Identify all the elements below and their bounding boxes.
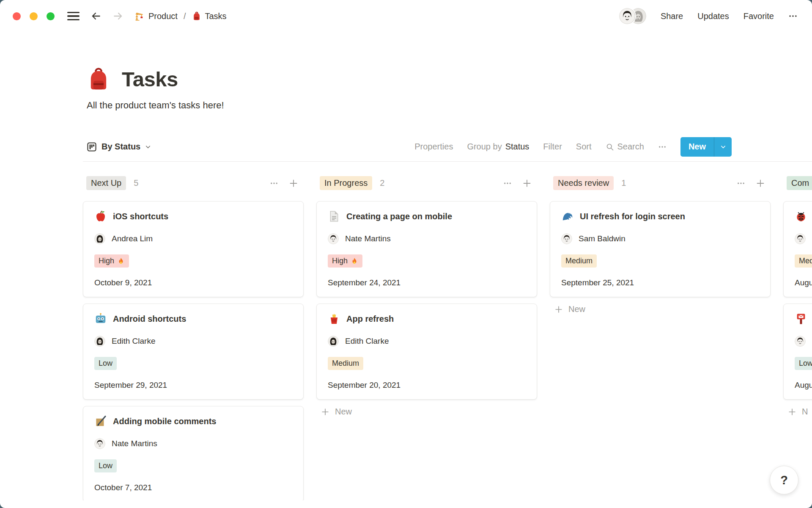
task-title: Creating a page on mobile xyxy=(346,212,452,221)
ellipsis-icon xyxy=(658,143,667,151)
backpack-icon xyxy=(192,11,201,21)
column-status-chip[interactable]: In Progress xyxy=(320,176,372,190)
sort-button[interactable]: Sort xyxy=(576,142,592,152)
crane-icon xyxy=(134,11,145,21)
column-header: In Progress 2 xyxy=(316,176,537,190)
breadcrumb-product-label: Product xyxy=(148,11,178,21)
filter-button[interactable]: Filter xyxy=(543,142,562,152)
forward-arrow-icon xyxy=(112,11,123,22)
view-more-button[interactable] xyxy=(658,143,667,151)
zoom-window-button[interactable] xyxy=(47,12,55,20)
due-date: September 20, 2021 xyxy=(328,381,526,390)
plus-icon xyxy=(554,305,563,314)
ellipsis-icon xyxy=(737,179,745,188)
breadcrumb-tasks[interactable]: Tasks xyxy=(192,11,227,21)
wave-icon xyxy=(561,210,574,223)
view-menu: Properties Group by Status Filter Sort S… xyxy=(414,137,732,157)
priority-chip: Medium xyxy=(328,357,363,370)
card-list: D N Med Augu E xyxy=(783,201,812,400)
task-card[interactable]: App refresh Edith Clarke Medium Septembe… xyxy=(316,304,537,400)
ladybug-icon xyxy=(795,210,807,223)
fire-icon xyxy=(117,257,125,265)
updates-button[interactable]: Updates xyxy=(697,11,729,21)
board-column-complete: Com D N Med xyxy=(783,176,812,500)
column-add-button[interactable] xyxy=(522,178,532,188)
ellipsis-icon xyxy=(270,179,278,188)
new-button[interactable]: New xyxy=(680,137,714,157)
pen-icon xyxy=(94,415,107,428)
view-label: By Status xyxy=(102,142,140,152)
collaborator-avatars[interactable] xyxy=(619,8,646,24)
board-view-icon xyxy=(86,141,97,152)
add-card-button[interactable]: New xyxy=(550,304,585,314)
priority-chip: Low xyxy=(94,357,117,370)
window-controls xyxy=(13,12,55,20)
ellipsis-icon xyxy=(788,11,798,21)
back-button[interactable] xyxy=(91,11,102,22)
task-card[interactable]: iOS shortcuts Andrea Lim High October 9,… xyxy=(83,201,304,297)
task-card[interactable]: Adding mobile comments Nate Martins Low … xyxy=(83,406,304,500)
priority-label: Medium xyxy=(332,359,359,368)
column-status-chip[interactable]: Next Up xyxy=(86,176,126,190)
minimize-window-button[interactable] xyxy=(30,12,38,20)
group-by-button[interactable]: Group by Status xyxy=(467,142,529,152)
column-more-button[interactable] xyxy=(270,179,278,188)
view-switcher[interactable]: By Status xyxy=(86,141,151,152)
task-card[interactable]: E N Low Augu xyxy=(783,304,812,400)
priority-chip: High xyxy=(328,254,362,268)
topbar-right: Share Updates Favorite xyxy=(619,8,798,24)
share-button[interactable]: Share xyxy=(661,11,683,21)
task-title: iOS shortcuts xyxy=(113,212,168,221)
breadcrumb-separator: / xyxy=(184,11,186,21)
column-more-button[interactable] xyxy=(737,179,745,188)
priority-label: High xyxy=(99,257,114,265)
page-title[interactable]: Tasks xyxy=(122,67,178,91)
forward-button[interactable] xyxy=(112,11,123,22)
robot-icon xyxy=(94,312,107,325)
window-topbar: Product / Tasks Share Updates Favorite xyxy=(0,0,812,32)
help-button[interactable]: ? xyxy=(770,466,798,494)
page-icon xyxy=(328,210,340,223)
chevron-down-icon xyxy=(720,144,727,150)
column-add-button[interactable] xyxy=(288,178,299,188)
page-backpack-icon[interactable] xyxy=(86,67,111,91)
task-card[interactable]: Creating a page on mobile Nate Martins H… xyxy=(316,201,537,297)
favorite-button[interactable]: Favorite xyxy=(743,11,774,21)
search-button[interactable]: Search xyxy=(606,142,644,152)
page-more-button[interactable] xyxy=(788,11,798,21)
close-window-button[interactable] xyxy=(13,12,21,20)
column-more-button[interactable] xyxy=(503,179,512,188)
new-dropdown-button[interactable] xyxy=(714,137,732,157)
task-card[interactable]: UI refresh for login screen Sam Baldwin … xyxy=(550,201,771,297)
page-header: Tasks xyxy=(0,67,812,91)
assignee-name: Edith Clarke xyxy=(112,337,156,346)
ellipsis-icon xyxy=(503,179,512,188)
plus-icon xyxy=(288,178,299,188)
priority-chip: Low xyxy=(94,459,117,472)
new-button-group: New xyxy=(680,137,732,157)
collaborator-avatar-1 xyxy=(619,8,635,24)
breadcrumb-product[interactable]: Product xyxy=(134,11,178,21)
search-icon xyxy=(606,143,614,151)
column-status-chip[interactable]: Needs review xyxy=(553,176,614,190)
task-title: Android shortcuts xyxy=(113,314,186,324)
properties-button[interactable]: Properties xyxy=(414,142,453,152)
back-arrow-icon xyxy=(91,11,102,22)
add-card-button[interactable]: New xyxy=(316,407,352,417)
search-label: Search xyxy=(617,142,644,152)
breadcrumb: Product / Tasks xyxy=(134,11,227,21)
assignee-avatar xyxy=(795,233,806,244)
priority-label: Medium xyxy=(565,257,593,265)
sidebar-menu-button[interactable] xyxy=(67,12,80,21)
card-list: iOS shortcuts Andrea Lim High October 9,… xyxy=(83,201,304,500)
task-card[interactable]: D N Med Augu xyxy=(783,201,812,297)
column-header: Needs review 1 xyxy=(550,176,771,190)
page-description[interactable]: All the product team's tasks here! xyxy=(0,100,812,111)
task-card[interactable]: Android shortcuts Edith Clarke Low Septe… xyxy=(83,304,304,400)
column-status-chip[interactable]: Com xyxy=(787,176,812,190)
column-add-button[interactable] xyxy=(755,178,765,188)
column-count: 1 xyxy=(621,178,626,188)
column-header: Com xyxy=(783,176,812,190)
add-card-button[interactable]: N xyxy=(783,407,808,417)
priority-chip: Low xyxy=(795,357,812,370)
